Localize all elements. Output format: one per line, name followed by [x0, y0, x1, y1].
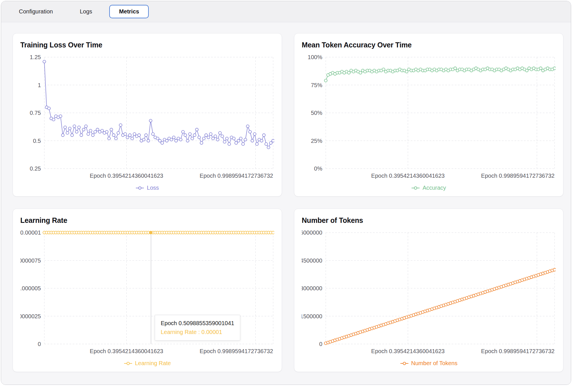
chart-title-accuracy: Mean Token Accuracy Over Time: [302, 41, 556, 49]
legend-loss[interactable]: Loss: [20, 185, 274, 191]
legend-tokens[interactable]: Number of Tokens: [302, 360, 556, 367]
svg-text:50%: 50%: [311, 110, 322, 116]
svg-text:Epoch 0.9989594172736732: Epoch 0.9989594172736732: [200, 173, 273, 179]
legend-marker-icon: [136, 186, 144, 190]
chart-card-learning-rate: Learning Rate 0.000010.00000750.0000050.…: [13, 209, 282, 372]
legend-label-loss: Loss: [147, 185, 159, 191]
tab-configuration[interactable]: Configuration: [9, 5, 63, 18]
tab-bar: Configuration Logs Metrics: [1, 1, 571, 22]
chart-card-training-loss: Training Loss Over Time 1.2510.750.50.25…: [13, 33, 282, 197]
chart-title-tokens: Number of Tokens: [302, 216, 556, 225]
svg-text:0: 0: [38, 341, 41, 347]
chart-title-training-loss: Training Loss Over Time: [20, 41, 274, 49]
svg-text:Epoch 0.9989594172736732: Epoch 0.9989594172736732: [200, 348, 273, 354]
svg-text:3000000: 3000000: [302, 285, 322, 291]
legend-marker-icon: [124, 361, 132, 365]
legend-label-learning-rate: Learning Rate: [135, 360, 171, 367]
svg-text:0.0000025: 0.0000025: [20, 313, 41, 319]
legend-accuracy[interactable]: Accuracy: [302, 185, 556, 191]
tooltip-epoch-text: Epoch 0.5098855359001041: [161, 319, 234, 328]
svg-text:0%: 0%: [314, 165, 322, 172]
training-loss-chart[interactable]: 1.2510.750.50.25Epoch 0.3954214360041623…: [20, 54, 274, 183]
chart-title-learning-rate: Learning Rate: [20, 216, 274, 225]
svg-text:0.000005: 0.000005: [20, 285, 41, 291]
svg-text:0.0000075: 0.0000075: [20, 257, 41, 264]
legend-label-tokens: Number of Tokens: [411, 360, 458, 367]
svg-text:100%: 100%: [308, 54, 322, 60]
legend-marker-icon: [400, 361, 409, 365]
tab-metrics[interactable]: Metrics: [109, 5, 149, 18]
learning-rate-chart[interactable]: 0.000010.00000750.0000050.00000250Epoch …: [20, 229, 274, 358]
svg-text:25%: 25%: [311, 138, 322, 144]
legend-label-accuracy: Accuracy: [422, 185, 446, 191]
svg-text:Epoch 0.3954214360041623: Epoch 0.3954214360041623: [90, 173, 163, 179]
svg-text:1: 1: [38, 82, 41, 88]
svg-text:6000000: 6000000: [302, 229, 322, 236]
svg-text:Epoch 0.9989594172736732: Epoch 0.9989594172736732: [481, 348, 555, 354]
charts-grid: Training Loss Over Time 1.2510.750.50.25…: [1, 22, 571, 385]
legend-learning-rate[interactable]: Learning Rate: [20, 360, 274, 367]
svg-text:0.25: 0.25: [30, 165, 41, 172]
svg-text:Epoch 0.3954214360041623: Epoch 0.3954214360041623: [371, 173, 445, 179]
legend-marker-icon: [411, 186, 420, 190]
svg-text:1500000: 1500000: [302, 313, 322, 319]
chart-tooltip: Epoch 0.5098855359001041 Learning Rate :…: [155, 315, 240, 341]
chart-card-tokens: Number of Tokens 60000004500000300000015…: [294, 209, 563, 372]
svg-text:0.75: 0.75: [30, 110, 41, 116]
chart-card-accuracy: Mean Token Accuracy Over Time 100%75%50%…: [294, 33, 563, 197]
svg-text:1.25: 1.25: [30, 54, 41, 60]
accuracy-chart[interactable]: 100%75%50%25%0%Epoch 0.3954214360041623E…: [302, 54, 556, 183]
svg-text:0.00001: 0.00001: [20, 229, 41, 236]
svg-text:Epoch 0.9989594172736732: Epoch 0.9989594172736732: [481, 173, 555, 179]
tooltip-value-text: Learning Rate : 0.00001: [161, 328, 234, 337]
svg-text:0.5: 0.5: [33, 138, 41, 144]
svg-text:0: 0: [319, 341, 322, 347]
metrics-page: Configuration Logs Metrics Training Loss…: [1, 1, 571, 385]
tab-logs[interactable]: Logs: [70, 5, 102, 18]
svg-text:75%: 75%: [311, 82, 322, 88]
tokens-chart[interactable]: 60000004500000300000015000000Epoch 0.395…: [302, 229, 556, 358]
svg-text:Epoch 0.3954214360041623: Epoch 0.3954214360041623: [90, 348, 163, 354]
svg-text:Epoch 0.3954214360041623: Epoch 0.3954214360041623: [371, 348, 445, 354]
svg-text:4500000: 4500000: [302, 257, 322, 264]
